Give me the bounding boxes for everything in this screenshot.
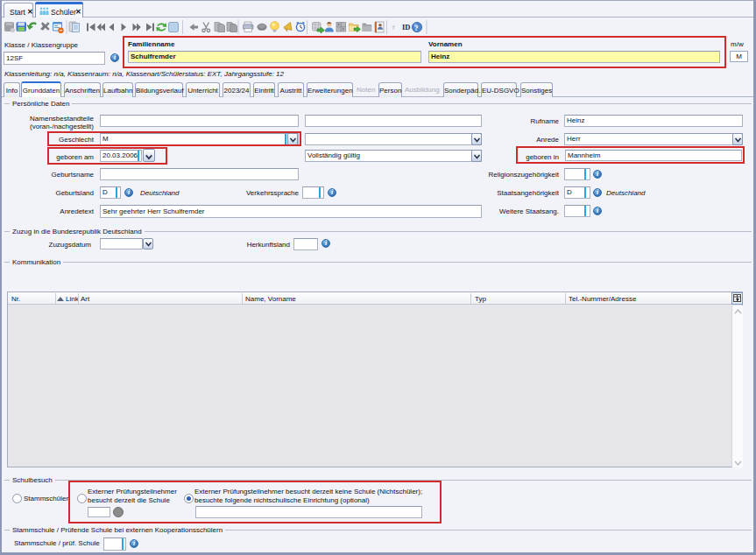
svg-text:?: ? [414, 24, 419, 32]
svg-text:ID: ID [402, 23, 410, 32]
